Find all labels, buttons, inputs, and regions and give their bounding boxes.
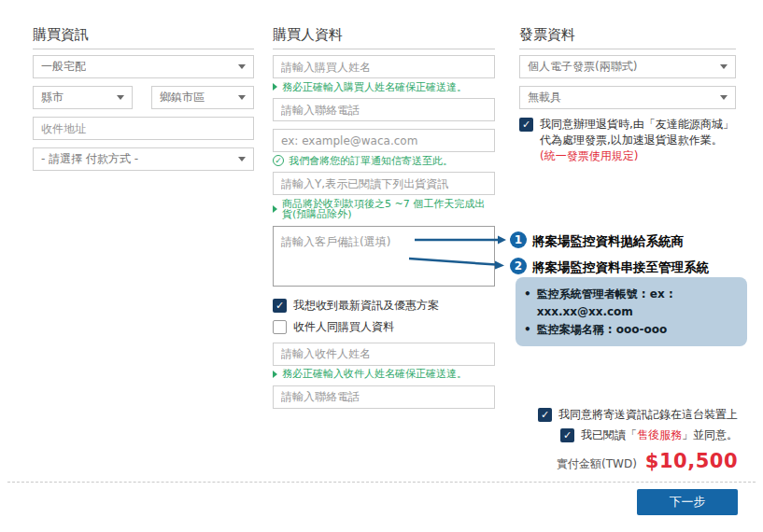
county-select[interactable]: 縣市 — [33, 86, 133, 109]
same-as-buyer-checkbox[interactable]: 收件人同購買人資料 — [273, 319, 495, 335]
recipient-phone-input[interactable] — [273, 385, 495, 409]
monitoring-note-box: • 監控系統管理者帳號 : ex : xxx.xx@xx.com • 監控案場名… — [516, 277, 747, 346]
purchase-info-section: 購買資訊 一般宅配 縣市 鄉鎮市區 - 請選擇 付款方式 - — [33, 28, 254, 178]
newsletter-checkbox[interactable]: ✓ 我想收到最新資訊及優惠方案 — [273, 298, 495, 314]
step-1-badge: 1 — [510, 231, 527, 248]
chevron-down-icon — [238, 64, 246, 69]
triangle-bullet-icon — [273, 83, 277, 91]
invoice-agree-text: 我同意辦理退貨時,由「友達能源商城」代為處理發票,以加速退貨退款作業。 — [540, 118, 734, 147]
invoice-rules-link[interactable]: (統一發票使用規定) — [540, 149, 638, 162]
bullet-icon: • — [524, 286, 531, 321]
buyer-name-input[interactable] — [273, 55, 495, 78]
chevron-down-icon — [238, 95, 246, 100]
buyer-info-title: 購買人資料 — [273, 28, 495, 49]
shipping-time-note: 商品將於收到款項後之5 ~7 個工作天完成出貨(預購品除外) — [273, 198, 495, 220]
checkbox-checked-icon: ✓ — [538, 408, 552, 422]
step-2-badge: 2 — [510, 258, 527, 274]
read-confirm-input[interactable] — [273, 172, 495, 195]
after-sales-service-link[interactable]: 售後服務 — [637, 428, 682, 441]
triangle-bullet-icon — [273, 371, 277, 378]
chevron-down-icon — [117, 95, 124, 100]
step-2-text: 將案場監控資料串接至管理系統 — [532, 259, 709, 275]
chevron-down-icon — [720, 64, 728, 69]
invoice-info-title: 發票資料 — [519, 28, 736, 49]
annotation-arrows — [402, 224, 528, 280]
bullet-icon: • — [524, 321, 531, 339]
email-note: ✓ 我們會將您的訂單通知信寄送至此。 — [273, 155, 495, 166]
buyer-name-note: 務必正確輸入購買人姓名確保正確送達。 — [273, 81, 495, 92]
address-input[interactable] — [33, 117, 254, 140]
payment-method-select[interactable]: - 請選擇 付款方式 - — [33, 147, 254, 171]
invoice-agree-checkbox[interactable]: ✓ 我同意辦理退貨時,由「友達能源商城」代為處理發票,以加速退貨退款作業。 (統… — [519, 117, 736, 164]
terms-agree-checkbox[interactable]: ✓ 我已閱讀「售後服務」並同意。 — [560, 428, 738, 442]
checkout-page: 購買資訊 一般宅配 縣市 鄉鎮市區 - 請選擇 付款方式 - 購買人資料 — [0, 0, 763, 532]
chevron-down-icon — [720, 95, 728, 100]
district-select[interactable]: 鄉鎮市區 — [151, 86, 254, 109]
step-1-text: 將案場監控資料拋給系統商 — [532, 232, 684, 249]
buyer-phone-input[interactable] — [273, 98, 495, 121]
recipient-name-input[interactable] — [273, 343, 495, 366]
total-amount-label: 實付金額(TWD) — [557, 456, 637, 472]
purchase-info-title: 購買資訊 — [33, 28, 254, 49]
checkbox-checked-icon: ✓ — [560, 428, 574, 442]
device-record-checkbox[interactable]: ✓ 我同意將寄送資訊記錄在這台裝置上 — [538, 408, 738, 422]
buyer-info-section: 購買人資料 務必正確輸入購買人姓名確保正確送達。 ✓ 我們會將您的訂單通知信寄送… — [273, 28, 495, 416]
next-step-button[interactable]: 下一步 — [637, 489, 738, 515]
recipient-name-note: 務必正確輸入收件人姓名確保正確送達。 — [273, 369, 495, 380]
monitoring-note-line: • 監控系統管理者帳號 : ex : xxx.xx@xx.com — [524, 286, 738, 321]
monitoring-note-line: • 監控案場名稱 : ooo-ooo — [524, 321, 738, 339]
total-amount-value: $10,500 — [645, 450, 738, 472]
footer-divider — [7, 482, 756, 483]
region-select-row: 縣市 鄉鎮市區 — [33, 86, 254, 109]
total-amount-row: 實付金額(TWD) $10,500 — [557, 450, 738, 472]
checkbox-checked-icon: ✓ — [519, 118, 533, 132]
chevron-down-icon — [238, 157, 246, 161]
arrow-right-icon — [495, 261, 504, 270]
checkbox-unchecked-icon — [273, 320, 287, 334]
invoice-info-section: 發票資料 個人電子發票(兩聯式) 無載具 ✓ 我同意辦理退貨時,由「友達能源商城… — [519, 28, 736, 170]
buyer-email-input[interactable] — [273, 129, 495, 152]
triangle-bullet-icon — [273, 205, 277, 213]
invoice-type-select[interactable]: 個人電子發票(兩聯式) — [519, 55, 736, 78]
carrier-select[interactable]: 無載具 — [519, 86, 736, 109]
check-circle-icon: ✓ — [273, 155, 284, 166]
checkbox-checked-icon: ✓ — [273, 299, 287, 313]
arrow-right-icon — [498, 236, 506, 245]
shipping-method-select[interactable]: 一般宅配 — [33, 55, 254, 78]
